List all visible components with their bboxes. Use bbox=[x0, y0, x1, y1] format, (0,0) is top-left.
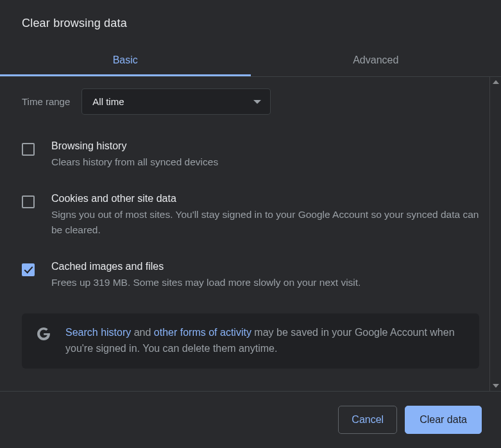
dialog-title: Clear browsing data bbox=[0, 0, 501, 46]
clear-data-button[interactable]: Clear data bbox=[405, 406, 482, 434]
scroll-down-icon[interactable] bbox=[490, 381, 501, 391]
option-title: Browsing history bbox=[51, 140, 479, 152]
tabs: Basic Advanced bbox=[0, 46, 501, 77]
option-desc: Clears history from all synced devices bbox=[51, 154, 479, 170]
time-range-value: All time bbox=[92, 96, 124, 107]
google-icon bbox=[36, 326, 51, 344]
link-search-history[interactable]: Search history bbox=[65, 327, 131, 338]
option-title: Cookies and other site data bbox=[51, 193, 479, 204]
option-title: Cached images and files bbox=[51, 261, 479, 272]
time-range-label: Time range bbox=[22, 96, 70, 107]
option-desc: Frees up 319 MB. Some sites may load mor… bbox=[51, 275, 479, 290]
scrollbar[interactable] bbox=[489, 77, 501, 391]
clear-browsing-data-dialog: Clear browsing data Basic Advanced Time … bbox=[0, 0, 501, 448]
checkbox-browsing-history[interactable] bbox=[22, 143, 35, 156]
option-desc: Signs you out of most sites. You'll stay… bbox=[51, 207, 479, 238]
tab-basic[interactable]: Basic bbox=[0, 46, 251, 76]
tab-advanced[interactable]: Advanced bbox=[251, 46, 502, 76]
chevron-down-icon bbox=[253, 100, 261, 104]
checkbox-cookies[interactable] bbox=[22, 195, 35, 208]
option-browsing-history[interactable]: Browsing history Clears history from all… bbox=[22, 140, 479, 170]
content-area: Time range All time Browsing history Cle… bbox=[0, 77, 501, 391]
time-range-row: Time range All time bbox=[22, 88, 479, 115]
checkbox-cache[interactable] bbox=[22, 263, 35, 276]
scroll-up-icon[interactable] bbox=[490, 77, 501, 87]
link-other-activity[interactable]: other forms of activity bbox=[154, 327, 251, 338]
dialog-footer: Cancel Clear data bbox=[0, 391, 501, 448]
info-text: Search history and other forms of activi… bbox=[65, 325, 465, 357]
google-account-info: Search history and other forms of activi… bbox=[22, 313, 479, 369]
cancel-button[interactable]: Cancel bbox=[338, 406, 397, 434]
option-cache[interactable]: Cached images and files Frees up 319 MB.… bbox=[22, 261, 479, 290]
time-range-select[interactable]: All time bbox=[81, 88, 271, 115]
option-cookies[interactable]: Cookies and other site data Signs you ou… bbox=[22, 193, 479, 238]
